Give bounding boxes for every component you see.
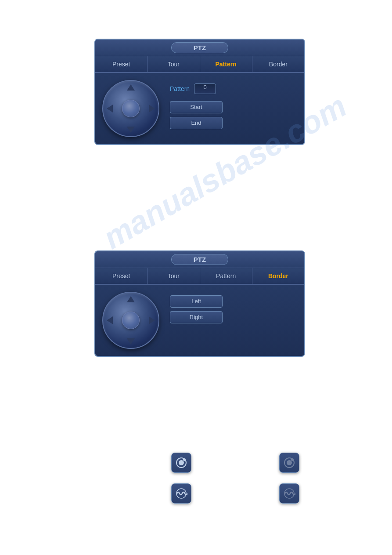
tab-preset-2[interactable]: Preset (95, 268, 147, 284)
tab-border-2[interactable]: Border (252, 268, 304, 284)
svg-point-5 (291, 458, 294, 461)
dpad-circle-2[interactable] (102, 292, 159, 349)
arrow-right-2[interactable] (149, 316, 155, 324)
panel1-tabs: Preset Tour Pattern Border (95, 56, 304, 73)
camera-record-svg-1 (175, 457, 187, 469)
record-icon-inactive[interactable] (279, 453, 299, 473)
panel2-title-bar: PTZ (95, 251, 304, 268)
icons-row-2 (171, 483, 299, 504)
tab-preset-1[interactable]: Preset (95, 56, 147, 72)
arrow-down-2[interactable] (127, 338, 135, 345)
right-button[interactable]: Right (170, 311, 223, 323)
panel2-right-controls: Left Right (159, 295, 297, 349)
panel1-title: PTZ (171, 42, 228, 53)
arrow-right-1[interactable] (149, 105, 155, 112)
icons-row-1 (171, 453, 299, 473)
wave-icon-inactive[interactable] (279, 483, 299, 504)
arrow-down-1[interactable] (127, 127, 135, 133)
arrow-up-1[interactable] (127, 84, 135, 91)
panel2-content: Left Right (95, 285, 304, 356)
tab-border-1[interactable]: Border (252, 56, 304, 72)
ptz-panel-pattern: PTZ Preset Tour Pattern Border Pattern 0… (94, 39, 305, 145)
panel2-title: PTZ (171, 254, 228, 265)
start-button[interactable]: Start (170, 101, 223, 113)
dpad-center-2[interactable] (122, 312, 140, 329)
tab-pattern-1[interactable]: Pattern (200, 56, 252, 72)
tab-tour-2[interactable]: Tour (147, 268, 200, 284)
panel2-tabs: Preset Tour Pattern Border (95, 268, 304, 285)
record-icon-active[interactable] (171, 453, 191, 473)
svg-point-4 (287, 460, 292, 465)
panel1-title-bar: PTZ (95, 40, 304, 56)
pattern-row: Pattern 0 (170, 83, 297, 94)
arrow-left-2[interactable] (107, 316, 113, 324)
wave-svg-1 (175, 487, 187, 500)
wave-svg-2 (283, 487, 295, 500)
dpad-2[interactable] (102, 292, 159, 349)
panel1-content: Pattern 0 Start End (95, 73, 304, 144)
panel1-right-controls: Pattern 0 Start End (159, 80, 297, 137)
arrow-left-1[interactable] (107, 105, 113, 112)
arrow-up-2[interactable] (127, 296, 135, 302)
tab-pattern-2[interactable]: Pattern (200, 268, 252, 284)
wave-icon-active[interactable] (171, 483, 191, 504)
tab-tour-1[interactable]: Tour (147, 56, 200, 72)
end-button[interactable]: End (170, 117, 223, 129)
ptz-panel-border: PTZ Preset Tour Pattern Border Left Righ… (94, 250, 305, 357)
camera-record-svg-2 (283, 457, 295, 469)
dpad-1[interactable] (102, 80, 159, 137)
dpad-center-1[interactable] (122, 100, 140, 117)
pattern-input[interactable]: 0 (194, 83, 216, 94)
dpad-circle-1[interactable] (102, 80, 159, 137)
left-button[interactable]: Left (170, 295, 223, 308)
pattern-label: Pattern (170, 85, 190, 92)
svg-point-1 (179, 460, 184, 465)
svg-point-2 (183, 458, 186, 461)
